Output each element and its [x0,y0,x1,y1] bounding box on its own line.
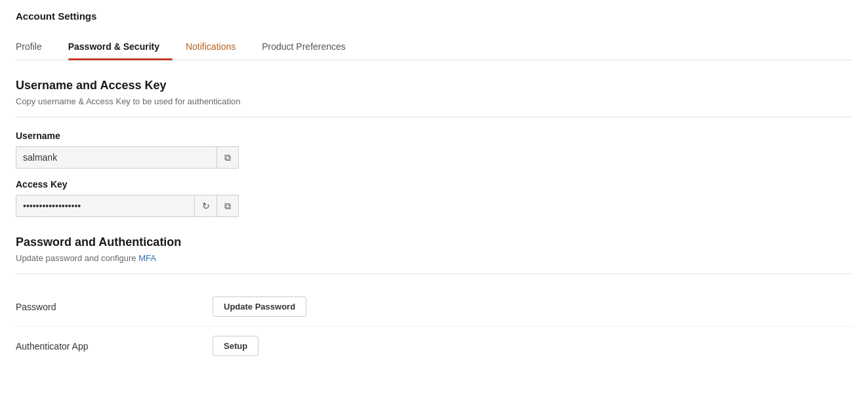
section-divider-1 [16,117,852,117]
refresh-icon: ↻ [202,201,210,211]
password-section-title: Password and Authentication [16,235,852,249]
password-auth-rows: Password Update Password Authenticator A… [16,287,852,365]
tab-password-security[interactable]: Password & Security [68,35,173,60]
username-copy-button[interactable]: ⧉ [217,146,239,169]
copy-icon: ⧉ [224,152,231,163]
access-key-input[interactable] [16,195,194,217]
tab-product-preferences[interactable]: Product Preferences [262,35,359,60]
authenticator-row-label: Authenticator App [16,341,213,352]
username-section-subtitle: Copy username & Access Key to be used fo… [16,96,852,106]
section-divider-2 [16,273,852,274]
subtitle-prefix: Update password and configure [16,253,138,263]
password-row: Password Update Password [16,287,852,327]
username-access-key-section: Username and Access Key Copy username & … [16,79,852,217]
mfa-link[interactable]: MFA [138,253,156,263]
access-key-label: Access Key [16,179,852,190]
access-key-refresh-button[interactable]: ↻ [194,195,217,217]
copy-icon-2: ⧉ [224,201,231,212]
username-section-title: Username and Access Key [16,79,852,92]
tab-profile[interactable]: Profile [16,35,55,60]
password-auth-section: Password and Authentication Update passw… [16,235,852,365]
password-section-subtitle: Update password and configure MFA [16,253,852,263]
access-key-input-group: ↻ ⧉ [16,195,239,217]
authenticator-row: Authenticator App Setup [16,327,852,365]
tabs-container: Profile Password & Security Notification… [16,35,852,60]
setup-button[interactable]: Setup [213,336,258,356]
page-title: Account Settings [16,10,852,22]
tab-notifications[interactable]: Notifications [186,35,249,60]
username-input[interactable] [16,146,217,169]
username-input-group: ⧉ [16,146,239,169]
username-label: Username [16,131,852,141]
access-key-copy-button[interactable]: ⧉ [217,195,239,217]
update-password-button[interactable]: Update Password [213,296,306,317]
password-row-label: Password [16,302,213,312]
